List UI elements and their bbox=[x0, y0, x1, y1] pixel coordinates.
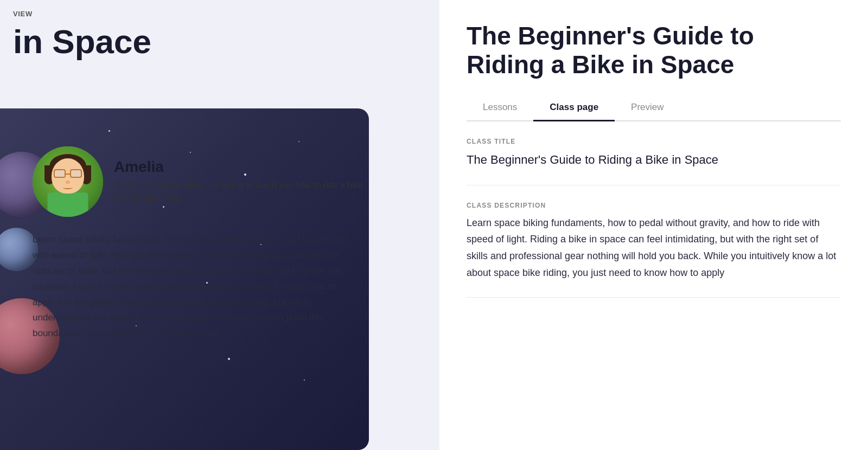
tab-lessons[interactable]: Lessons bbox=[467, 95, 533, 120]
instructor-info: Amelia Hello! I'm a space biker, I'm goi… bbox=[114, 158, 369, 205]
class-title-value: The Beginner's Guide to Riding a Bike in… bbox=[467, 151, 841, 169]
class-description-section: CLASS DESCRIPTION Learn space biking fun… bbox=[467, 202, 841, 298]
class-title-section: CLASS TITLE The Beginner's Guide to Ridi… bbox=[467, 138, 841, 185]
tabs-row: Lessons Class page Preview bbox=[467, 95, 841, 121]
content-area: Amelia Hello! I'm a space biker, I'm goi… bbox=[33, 146, 369, 342]
class-description: Learn space biking fundaments, how to pe… bbox=[33, 232, 353, 342]
instructor-name: Amelia bbox=[114, 158, 369, 176]
tab-preview[interactable]: Preview bbox=[615, 95, 680, 120]
right-panel: The Beginner's Guide toRiding a Bike in … bbox=[439, 0, 868, 450]
instructor-bio: Hello! I'm a space biker, I'm going to t… bbox=[114, 179, 369, 205]
class-description-value: Learn space biking fundaments, how to pe… bbox=[467, 215, 841, 281]
instructor-row: Amelia Hello! I'm a space biker, I'm goi… bbox=[33, 146, 369, 217]
avatar bbox=[33, 146, 103, 217]
course-title: The Beginner's Guide toRiding a Bike in … bbox=[467, 22, 841, 79]
preview-label: VIEW bbox=[13, 10, 426, 18]
left-panel-header: VIEW in Space bbox=[0, 0, 439, 67]
class-description-label: CLASS DESCRIPTION bbox=[467, 202, 841, 209]
class-title-label: CLASS TITLE bbox=[467, 138, 841, 145]
left-panel: VIEW in Space bbox=[0, 0, 439, 450]
left-title: in Space bbox=[13, 18, 426, 60]
tab-class-page[interactable]: Class page bbox=[533, 95, 615, 120]
